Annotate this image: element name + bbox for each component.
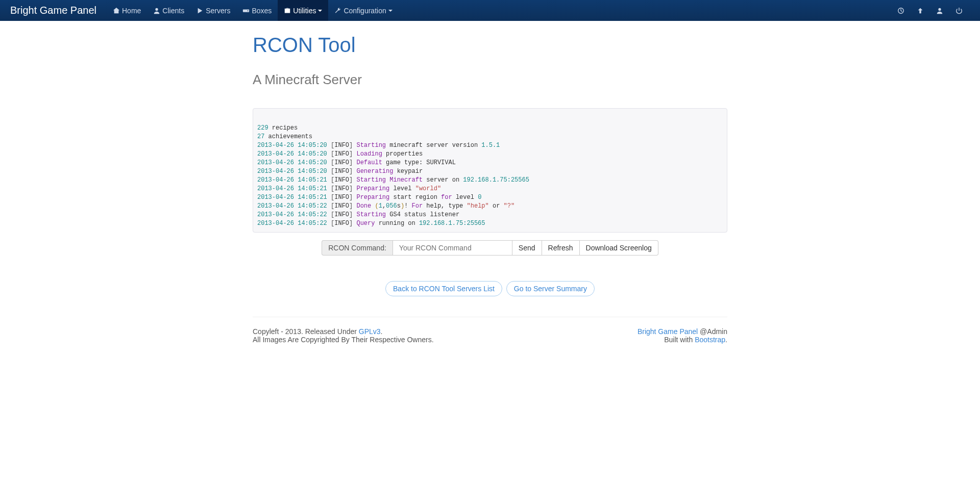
hdd-icon xyxy=(242,7,250,14)
footer: Copyleft - 2013. Released Under GPLv3. A… xyxy=(253,327,727,359)
rcon-label: RCON Command: xyxy=(322,240,393,256)
nav-boxes[interactable]: Boxes xyxy=(236,0,278,21)
svg-point-1 xyxy=(248,10,249,11)
refresh-button[interactable]: Refresh xyxy=(542,240,580,256)
main-container: RCON Tool A Minecraft Server 229 recipes… xyxy=(245,34,735,359)
console-output: 229 recipes 27 achievements 2013-04-26 1… xyxy=(253,108,727,233)
gplv3-link[interactable]: GPLv3 xyxy=(359,327,381,336)
brand[interactable]: Bright Game Panel xyxy=(10,5,96,16)
nav-configuration-label: Configuration xyxy=(344,7,386,15)
go-to-summary-button[interactable]: Go to Server Summary xyxy=(506,281,595,296)
rcon-form: RCON Command: Send Refresh Download Scre… xyxy=(253,240,727,256)
nav-utilities[interactable]: Utilities xyxy=(278,0,328,21)
nav-boxes-label: Boxes xyxy=(252,7,272,15)
copyleft-text: Copyleft - 2013. Released Under xyxy=(253,327,359,336)
back-to-list-button[interactable]: Back to RCON Tool Servers List xyxy=(385,281,502,296)
briefcase-icon xyxy=(284,7,291,14)
nav-logout[interactable] xyxy=(950,0,970,21)
bgp-link[interactable]: Bright Game Panel xyxy=(638,327,698,336)
nav-items-right xyxy=(892,0,970,21)
rcon-command-input[interactable] xyxy=(393,240,512,256)
admin-text: @Admin xyxy=(698,327,727,336)
nav-clients-label: Clients xyxy=(162,7,184,15)
footer-right: Bright Game Panel @Admin Built with Boot… xyxy=(638,327,727,344)
nav-clock[interactable] xyxy=(892,0,912,21)
input-group: RCON Command: Send Refresh Download Scre… xyxy=(322,240,658,256)
nav-profile[interactable] xyxy=(931,0,950,21)
divider xyxy=(253,317,727,317)
arrow-up-icon xyxy=(917,7,924,14)
home-icon xyxy=(113,7,120,14)
caret-icon xyxy=(318,10,322,12)
nav-servers-label: Servers xyxy=(206,7,230,15)
nav-configuration[interactable]: Configuration xyxy=(328,0,398,21)
nav-upload[interactable] xyxy=(912,0,931,21)
nav-home-label: Home xyxy=(122,7,141,15)
footer-left: Copyleft - 2013. Released Under GPLv3. A… xyxy=(253,327,434,344)
download-screenlog-button[interactable]: Download Screenlog xyxy=(580,240,658,256)
play-icon xyxy=(197,7,204,14)
caret-icon xyxy=(388,10,393,12)
nav-servers[interactable]: Servers xyxy=(190,0,236,21)
navbar: Bright Game Panel Home Clients Servers B… xyxy=(0,0,980,21)
page-title: RCON Tool xyxy=(253,34,727,57)
bootstrap-link[interactable]: Bootstrap xyxy=(695,336,725,344)
clock-icon xyxy=(897,7,904,14)
images-copyright-text: All Images Are Copyrighted By Their Resp… xyxy=(253,336,434,344)
nav-home[interactable]: Home xyxy=(107,0,147,21)
nav-pills: Back to RCON Tool Servers List Go to Ser… xyxy=(253,281,727,296)
nav-clients[interactable]: Clients xyxy=(147,0,190,21)
server-name: A Minecraft Server xyxy=(253,72,727,88)
power-icon xyxy=(955,7,963,14)
nav-utilities-label: Utilities xyxy=(293,7,316,15)
user-icon xyxy=(936,7,943,14)
send-button[interactable]: Send xyxy=(512,240,542,256)
built-with-text: Built with xyxy=(664,336,695,344)
wrench-icon xyxy=(334,7,341,14)
user-icon xyxy=(153,7,160,14)
nav-items-left: Home Clients Servers Boxes Utilities Con… xyxy=(107,0,892,21)
